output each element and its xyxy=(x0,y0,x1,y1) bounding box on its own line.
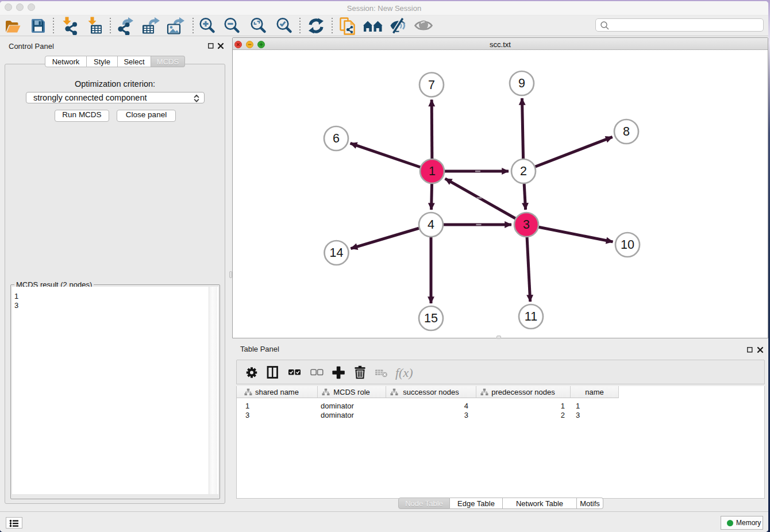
svg-text:9: 9 xyxy=(518,76,525,90)
svg-text:f(x): f(x) xyxy=(395,365,413,380)
svg-text:11: 11 xyxy=(525,310,537,323)
svg-text:4: 4 xyxy=(428,218,434,232)
svg-text:1: 1 xyxy=(429,164,436,178)
svg-text:10: 10 xyxy=(621,238,634,252)
svg-text:15: 15 xyxy=(424,311,438,325)
svg-text:14: 14 xyxy=(330,246,344,260)
svg-text:6: 6 xyxy=(333,132,340,145)
svg-text:2: 2 xyxy=(520,164,527,178)
svg-text:7: 7 xyxy=(428,78,435,92)
svg-text:8: 8 xyxy=(623,125,630,138)
svg-text:3: 3 xyxy=(523,218,530,232)
